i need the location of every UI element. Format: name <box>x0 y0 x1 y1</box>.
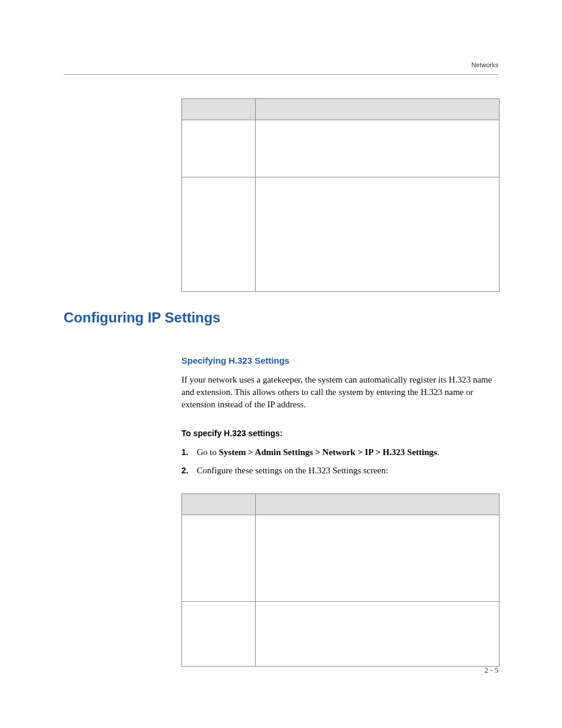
section-heading: Configuring IP Settings <box>64 309 498 326</box>
steps-list: 1. Go to System > Admin Settings > Netwo… <box>181 446 498 477</box>
table-row <box>182 120 500 177</box>
sub-heading-h323: Specifying H.323 Settings <box>181 355 498 365</box>
step-item-1: 1. Go to System > Admin Settings > Netwo… <box>181 446 498 459</box>
table-header-setting <box>182 99 256 120</box>
table-cell-setting <box>182 177 256 292</box>
page-container: Networks Configuring I <box>0 0 562 708</box>
table-header-setting <box>182 494 256 515</box>
table-header-row <box>182 99 500 120</box>
step-text: Go to System > Admin Settings > Network … <box>197 446 439 459</box>
table-cell-description <box>256 120 500 177</box>
content-area: Configuring IP Settings Specifying H.323… <box>181 98 498 667</box>
table-cell-description <box>256 602 500 667</box>
steps-heading: To specify H.323 settings: <box>181 429 498 438</box>
step-bold-path: System > Admin Settings > Network > IP >… <box>219 447 437 457</box>
table-row <box>182 515 500 602</box>
step-item-2: 2. Configure these settings on the H.323… <box>181 465 498 477</box>
settings-table-1 <box>181 98 500 292</box>
table-header-description <box>256 494 500 515</box>
settings-table-2 <box>181 493 500 667</box>
table-cell-description <box>256 515 500 602</box>
step-number: 1. <box>181 447 197 457</box>
table-cell-description <box>256 177 500 292</box>
header-label: Networks <box>471 61 498 68</box>
step-suffix: . <box>437 447 439 457</box>
step-text: Configure these settings on the H.323 Se… <box>197 465 388 477</box>
table-row <box>182 177 500 292</box>
table-cell-setting <box>182 602 256 667</box>
table-cell-setting <box>182 515 256 602</box>
heading-wrap: Configuring IP Settings <box>64 309 498 326</box>
table-header-row <box>182 494 500 515</box>
page-number: 2 - 5 <box>484 666 498 675</box>
step-number: 2. <box>181 466 197 475</box>
body-paragraph: If your network uses a gatekeeper, the s… <box>181 374 498 411</box>
table-header-description <box>256 99 500 120</box>
table-row <box>182 602 500 667</box>
step-prefix: Go to <box>197 447 219 457</box>
running-header: Networks <box>64 59 498 75</box>
table-cell-setting <box>182 120 256 177</box>
